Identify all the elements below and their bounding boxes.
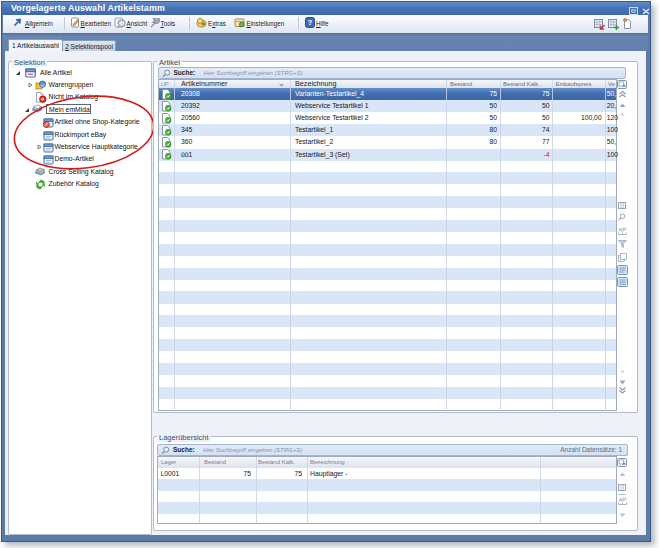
- svg-text:?: ?: [307, 18, 312, 27]
